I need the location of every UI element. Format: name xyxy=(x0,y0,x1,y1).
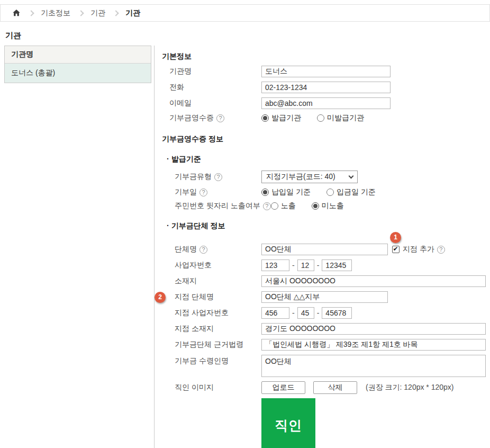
donation-date-label: 기부일 ? xyxy=(175,187,261,197)
help-icon[interactable]: ? xyxy=(199,246,207,254)
field-row-org-name: 기관명 xyxy=(169,66,490,77)
dash-separator: - xyxy=(292,309,295,317)
field-row-phone: 전화 xyxy=(169,82,490,93)
branch-address-input[interactable] xyxy=(261,323,486,335)
legal-basis-input[interactable] xyxy=(261,339,486,351)
help-icon[interactable]: ? xyxy=(263,202,271,210)
branch-name-label: 지점 단체명 xyxy=(175,292,261,302)
branch-business-number-part1-input[interactable] xyxy=(261,307,289,319)
field-row-legal-basis: 기부금단체 근거법령 xyxy=(175,339,490,351)
field-row-branch-address: 지점 소재지 xyxy=(175,323,490,335)
radio-label: 미발급기관 xyxy=(327,113,364,123)
recipient-name-textarea[interactable]: OO단체 xyxy=(261,355,486,377)
field-row-email: 이메일 xyxy=(169,97,490,109)
branch-add-checkbox-label: 지점 추가 xyxy=(403,245,434,254)
help-icon[interactable]: ? xyxy=(437,246,445,254)
stamp-preview-image: 직인 xyxy=(261,398,315,448)
content: 기관명 도너스 (총괄) 기본정보 기관명 전화 이메일 기부금영수증 ? xyxy=(0,46,490,448)
chevron-right-icon xyxy=(113,10,119,16)
business-number-label: 사업자번호 xyxy=(175,261,261,270)
field-row-stamp-image: 직인 이미지 업로드 삭제 (권장 크기: 120px * 120px) xyxy=(175,381,490,394)
radio-label: 납입일 기준 xyxy=(271,187,311,197)
stamp-image-label: 직인 이미지 xyxy=(175,383,261,392)
branch-add-checkbox[interactable] xyxy=(392,246,400,253)
donation-type-select[interactable]: 지정기부금(코드: 40) xyxy=(261,171,358,183)
field-row-group-name: 단체명 ? 1 지점 추가 ? xyxy=(175,244,490,255)
section-title-basic-info: 기본정보 xyxy=(162,52,490,61)
business-number-part1-input[interactable] xyxy=(261,259,289,271)
branch-add-checkbox-wrap: 1 지점 추가 ? xyxy=(392,245,445,254)
delete-button[interactable]: 삭제 xyxy=(313,381,357,394)
donation-type-label-text: 기부금유형 xyxy=(175,172,212,182)
radio-payment-date[interactable]: 납입일 기준 xyxy=(261,187,311,197)
branch-business-number-part3-input[interactable] xyxy=(322,307,352,319)
breadcrumb-item-basic-info[interactable]: 기초정보 xyxy=(41,8,70,18)
section-title-receipt-info: 기부금영수증 정보 xyxy=(162,135,490,144)
help-icon[interactable]: ? xyxy=(216,114,224,122)
org-name-input[interactable] xyxy=(261,66,391,77)
subsection-title-org-group: 기부금단체 정보 xyxy=(167,221,490,231)
field-row-recipient-name: 기부금 수령인명 OO단체 xyxy=(175,355,490,377)
field-row-address: 소재지 xyxy=(175,275,490,287)
dash-separator: - xyxy=(317,309,320,317)
ssn-visibility-label: 주민번호 뒷자리 노출여부 ? xyxy=(175,201,271,211)
chevron-right-icon xyxy=(28,10,34,16)
group-name-label-text: 단체명 xyxy=(175,245,197,254)
branch-business-number-part2-input[interactable] xyxy=(297,307,314,319)
home-icon[interactable] xyxy=(12,9,21,17)
page-title: 기관 xyxy=(5,31,490,41)
receipt-type-label: 기부금영수증 ? xyxy=(169,113,261,123)
dash-separator: - xyxy=(317,261,320,270)
field-row-branch-name: 2 지점 단체명 xyxy=(175,291,490,303)
field-row-business-number: 사업자번호 - - xyxy=(175,259,490,271)
radio-label: 발급기관 xyxy=(271,113,301,123)
sidebar: 기관명 도너스 (총괄) xyxy=(4,46,151,448)
subsection-title-issue-criteria: 발급기준 xyxy=(167,155,490,164)
ssn-visibility-label-text: 주민번호 뒷자리 노출여부 xyxy=(175,201,260,211)
radio-issuing-org[interactable]: 발급기관 xyxy=(261,113,301,123)
radio-icon xyxy=(317,114,324,122)
field-row-branch-business-number: 지점 사업자번호 - - xyxy=(175,307,490,319)
branch-name-input[interactable] xyxy=(261,291,388,303)
donation-date-label-text: 기부일 xyxy=(175,187,197,197)
radio-icon xyxy=(312,202,319,210)
dash-separator: - xyxy=(292,261,295,270)
email-label: 이메일 xyxy=(169,98,261,108)
group-name-label: 단체명 ? xyxy=(175,245,261,254)
stamp-size-note: (권장 크기: 120px * 120px) xyxy=(366,383,454,392)
field-row-donation-type: 기부금유형 ? 지정기부금(코드: 40) xyxy=(175,171,490,183)
business-number-part2-input[interactable] xyxy=(297,259,314,271)
radio-icon xyxy=(271,202,278,210)
business-number-part3-input[interactable] xyxy=(322,259,352,271)
sidebar-item-org[interactable]: 도너스 (총괄) xyxy=(5,64,151,83)
group-name-input[interactable] xyxy=(261,244,388,255)
radio-label: 미노출 xyxy=(322,201,344,211)
legal-basis-label: 기부금단체 근거법령 xyxy=(175,340,261,350)
breadcrumb-item-org[interactable]: 기관 xyxy=(90,8,105,18)
donation-type-label: 기부금유형 ? xyxy=(175,172,261,182)
breadcrumb: 기초정보 기관 기관 xyxy=(0,4,490,22)
receipt-type-label-text: 기부금영수증 xyxy=(169,113,214,123)
stamp-preview-text: 직인 xyxy=(275,417,302,434)
help-icon[interactable]: ? xyxy=(214,173,222,181)
phone-input[interactable] xyxy=(261,82,391,93)
radio-icon xyxy=(261,189,269,196)
help-icon[interactable]: ? xyxy=(199,189,207,196)
chevron-right-icon xyxy=(78,10,84,16)
phone-label: 전화 xyxy=(169,83,261,92)
org-list-header: 기관명 xyxy=(5,46,151,64)
radio-non-issuing-org[interactable]: 미발급기관 xyxy=(317,113,364,123)
org-list-box: 기관명 도너스 (총괄) xyxy=(4,46,151,83)
radio-ssn-show[interactable]: 노출 xyxy=(271,201,296,211)
breadcrumb-item-current: 기관 xyxy=(125,8,140,18)
upload-button[interactable]: 업로드 xyxy=(261,381,305,394)
radio-deposit-date[interactable]: 입금일 기준 xyxy=(326,187,376,197)
donation-type-selected-value: 지정기부금(코드: 40) xyxy=(266,172,335,182)
field-row-ssn-visibility: 주민번호 뒷자리 노출여부 ? 노출 미노출 xyxy=(175,201,490,211)
email-input[interactable] xyxy=(261,97,391,109)
field-row-receipt-type: 기부금영수증 ? 발급기관 미발급기관 xyxy=(169,113,490,123)
radio-icon xyxy=(261,114,269,122)
address-label: 소재지 xyxy=(175,276,261,286)
radio-ssn-hide[interactable]: 미노출 xyxy=(312,201,344,211)
address-input[interactable] xyxy=(261,275,486,287)
